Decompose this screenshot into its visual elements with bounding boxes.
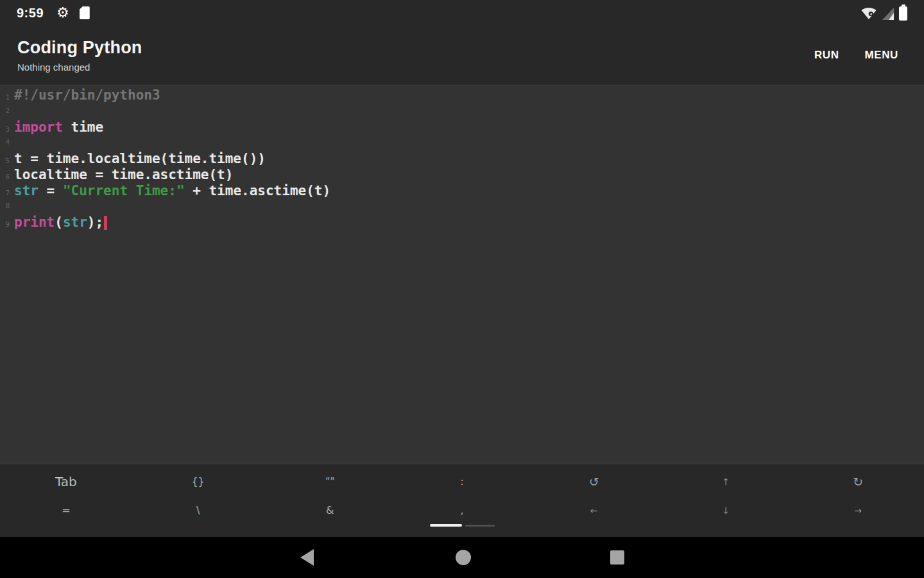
line-number: 5	[0, 153, 10, 170]
key-arrow-up[interactable]: ↑	[660, 467, 792, 496]
appbar-actions: RUN MENU	[807, 42, 906, 68]
code-editor[interactable]: 1#!/usr/bin/python323import time45t = ti…	[0, 85, 924, 464]
wifi-icon	[860, 6, 877, 21]
key-ampersand[interactable]: &	[264, 496, 396, 525]
clock-text: 9:59	[17, 6, 44, 21]
recents-square-icon	[610, 550, 624, 565]
page-dot-active	[430, 524, 462, 527]
line-number: 8	[0, 198, 10, 215]
code-line: 6localtime = time.asctime(t)	[0, 167, 924, 183]
text-cursor	[104, 216, 107, 230]
page-dot	[465, 525, 495, 527]
code-lines: 1#!/usr/bin/python323import time45t = ti…	[0, 87, 924, 231]
line-number: 4	[0, 135, 10, 151]
key-redo[interactable]: ↻	[792, 467, 924, 496]
status-bar: 9:59 ⚙	[0, 0, 924, 26]
back-triangle-icon	[300, 549, 314, 566]
keyboard-page-indicator	[0, 524, 924, 527]
key-backslash[interactable]: \	[132, 496, 264, 525]
code-line: 8	[0, 198, 924, 215]
run-button[interactable]: RUN	[807, 42, 847, 68]
status-right-icons	[860, 6, 907, 21]
code-line: 9print(str);	[0, 215, 924, 231]
key-colon[interactable]: :	[396, 467, 528, 496]
home-circle-icon	[456, 550, 471, 565]
keyboard-rows: Tab{}"":↺↑↻=\&,←↓→	[0, 467, 924, 525]
key-comma[interactable]: ,	[396, 496, 528, 525]
android-nav-bar	[0, 537, 924, 578]
code-text: #!/usr/bin/python3	[14, 87, 160, 103]
cell-signal-icon	[882, 7, 894, 21]
key-tab[interactable]: Tab	[0, 467, 132, 496]
key-arrow-right[interactable]: →	[792, 496, 924, 525]
code-line: 7str = "Current Time:" + time.asctime(t)	[0, 183, 924, 199]
keyboard-bar: Tab{}"":↺↑↻=\&,←↓→	[0, 464, 924, 537]
back-button[interactable]	[286, 537, 327, 578]
code-line: 1#!/usr/bin/python3	[0, 87, 924, 103]
code-text: t = time.localtime(time.time())	[14, 151, 266, 167]
menu-button[interactable]: MENU	[857, 42, 906, 68]
title-block: Coding Python Nothing changed	[0, 38, 142, 73]
settings-gear-icon: ⚙	[56, 6, 69, 20]
line-number: 9	[0, 217, 10, 233]
key-braces[interactable]: {}	[132, 467, 264, 496]
code-line: 2	[0, 103, 924, 119]
code-text: str = "Current Time:" + time.asctime(t)	[14, 183, 330, 199]
recents-button[interactable]	[597, 537, 638, 578]
app-bar: Coding Python Nothing changed RUN MENU	[0, 26, 924, 85]
key-equals[interactable]: =	[0, 496, 132, 525]
home-button[interactable]	[443, 537, 484, 578]
code-text: print(str);	[14, 215, 107, 231]
line-number: 2	[0, 103, 10, 119]
key-arrow-down[interactable]: ↓	[660, 496, 792, 525]
page-title: Coding Python	[17, 38, 142, 58]
line-number: 6	[0, 170, 10, 186]
code-line: 4	[0, 135, 924, 151]
key-arrow-left[interactable]: ←	[528, 496, 660, 525]
code-line: 3import time	[0, 119, 924, 136]
status-left-icons: ⚙	[56, 6, 90, 20]
battery-icon	[899, 6, 907, 21]
file-icon	[80, 6, 90, 19]
code-line: 5t = time.localtime(time.time())	[0, 151, 924, 167]
code-text: import time	[14, 119, 103, 136]
key-quotes[interactable]: ""	[264, 467, 396, 496]
save-status-text: Nothing changed	[17, 62, 142, 73]
code-text: localtime = time.asctime(t)	[14, 167, 233, 183]
key-undo[interactable]: ↺	[528, 467, 660, 496]
